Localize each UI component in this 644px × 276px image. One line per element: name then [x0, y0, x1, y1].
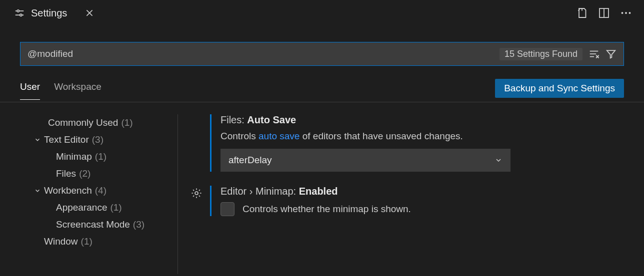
chevron-down-icon [34, 136, 41, 143]
sidebar-item-screencast-mode[interactable]: Screencast Mode (3) [34, 216, 178, 233]
sidebar-item-count: (2) [79, 168, 90, 179]
sidebar-item-label: Workbench [44, 185, 92, 196]
filter-icon[interactable] [606, 48, 616, 59]
setting-gutter [189, 114, 204, 172]
editor-tab-settings[interactable]: Settings [5, 0, 103, 26]
svg-point-10 [629, 12, 631, 14]
svg-point-8 [622, 12, 624, 14]
autosave-select[interactable]: afterDelay [220, 149, 510, 172]
sidebar-item-count: (3) [92, 134, 104, 145]
open-json-icon[interactable] [575, 6, 589, 20]
settings-search-box[interactable]: 15 Settings Found [20, 42, 624, 66]
sidebar-item-appearance[interactable]: Appearance (1) [34, 199, 178, 216]
select-value: afterDelay [228, 155, 272, 166]
gear-icon[interactable] [191, 188, 202, 216]
split-editor-icon[interactable] [597, 6, 611, 20]
minimap-enabled-checkbox[interactable] [220, 202, 234, 216]
sidebar-item-count: (1) [95, 151, 106, 162]
tab-workspace[interactable]: Workspace [54, 81, 102, 100]
sidebar-item-label: Files [56, 168, 76, 179]
close-icon[interactable] [85, 8, 94, 17]
svg-point-1 [17, 10, 19, 12]
chevron-down-icon [34, 187, 41, 194]
sidebar-item-label: Window [44, 236, 78, 247]
search-row: 15 Settings Found [0, 26, 644, 67]
chevron-down-icon [494, 156, 502, 164]
sidebar-item-count: (3) [133, 219, 144, 230]
scope-tabs-row: User Workspace Backup and Sync Settings [0, 67, 644, 102]
clear-search-icon[interactable] [588, 48, 600, 59]
setting-description: Controls whether the minimap is shown. [242, 204, 411, 215]
sidebar-item-commonly-used[interactable]: Commonly Used (1) [34, 114, 178, 131]
backup-sync-button[interactable]: Backup and Sync Settings [495, 79, 624, 98]
sidebar-item-label: Minimap [56, 151, 92, 162]
sidebar-item-label: Screencast Mode [56, 219, 130, 230]
more-icon[interactable] [619, 6, 633, 20]
modified-indicator [210, 114, 212, 172]
setting-gutter [189, 186, 204, 216]
sidebar-item-label: Text Editor [44, 134, 89, 145]
setting-description: Controls auto save of editors that have … [220, 131, 630, 142]
sidebar-item-label: Appearance [56, 202, 107, 213]
svg-point-16 [195, 192, 198, 195]
sidebar-item-label: Commonly Used [48, 117, 118, 128]
auto-save-link[interactable]: auto save [258, 131, 300, 141]
sidebar-item-files[interactable]: Files (2) [34, 165, 178, 182]
sidebar-item-minimap[interactable]: Minimap (1) [34, 148, 178, 165]
tab-label: Settings [31, 7, 67, 19]
sidebar-item-text-editor[interactable]: Text Editor (3) [34, 131, 178, 148]
setting-title: Files: Auto Save [220, 114, 630, 126]
title-actions [575, 6, 639, 20]
settings-sliders-icon [14, 7, 25, 18]
sidebar-item-count: (1) [110, 202, 122, 213]
setting-editor-minimap-enabled: Editor › Minimap: Enabled Controls wheth… [189, 186, 644, 216]
svg-point-9 [625, 12, 627, 14]
svg-point-3 [20, 14, 22, 16]
sidebar-item-window[interactable]: Window (1) [34, 233, 178, 250]
setting-files-autosave: Files: Auto Save Controls auto save of e… [189, 114, 644, 172]
sidebar-item-count: (1) [121, 117, 132, 128]
settings-body: Commonly Used (1) Text Editor (3) Minima… [0, 114, 644, 274]
sidebar-item-count: (4) [95, 185, 106, 196]
settings-content: Files: Auto Save Controls auto save of e… [178, 114, 644, 274]
title-bar: Settings [0, 0, 644, 26]
settings-search-input[interactable] [28, 48, 500, 59]
tab-user[interactable]: User [20, 81, 40, 100]
sidebar-item-workbench[interactable]: Workbench (4) [34, 182, 178, 199]
settings-found-badge: 15 Settings Found [500, 48, 582, 60]
sidebar-item-count: (1) [81, 236, 92, 247]
setting-title: Editor › Minimap: Enabled [220, 186, 630, 197]
settings-tree: Commonly Used (1) Text Editor (3) Minima… [0, 114, 178, 274]
modified-indicator [210, 186, 212, 216]
